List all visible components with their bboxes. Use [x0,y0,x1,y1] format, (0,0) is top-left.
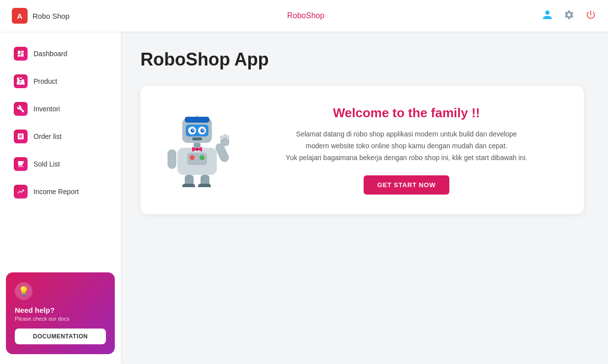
dashboard-icon [14,47,28,61]
nav-center-title: RoboShop [287,11,325,20]
sidebar-item-label: Product [34,77,57,85]
sidebar-item-label: Sold List [34,160,60,168]
top-navigation: A Robo Shop RoboShop [0,0,608,32]
sidebar-item-income-report[interactable]: Income Report [6,179,115,204]
power-icon[interactable] [585,9,596,23]
sidebar: Dashboard Product Inventori Order list S… [0,32,121,364]
app-logo: A [12,8,28,24]
income-report-icon [14,185,28,199]
documentation-button[interactable]: DOCUMENTATION [15,329,106,344]
svg-point-7 [193,129,194,131]
product-icon [14,74,28,88]
user-icon[interactable] [542,9,553,23]
help-bulb-icon: 💡 [15,282,33,300]
sold-list-icon [14,157,28,171]
svg-point-29 [196,148,199,151]
nav-actions [542,9,596,23]
sidebar-item-label: Inventori [34,105,60,113]
page-title: RoboShop App [140,49,588,70]
help-card: 💡 Need help? Please check our docs DOCUM… [6,272,115,354]
svg-point-21 [223,134,227,138]
sidebar-item-sold-list[interactable]: Sold List [6,152,115,176]
sidebar-item-label: Order list [34,132,62,140]
help-subtitle: Please check our docs [15,316,106,322]
order-list-icon [14,130,28,143]
gear-icon[interactable] [564,9,574,23]
inventori-icon [14,102,28,116]
svg-rect-26 [198,184,211,187]
get-start-button[interactable]: GET START NOW [364,175,449,195]
svg-point-15 [190,155,195,160]
help-title: Need help? [15,306,106,314]
main-content: RoboShop App [121,32,608,364]
svg-rect-25 [182,184,195,187]
svg-rect-17 [168,149,176,169]
svg-point-20 [220,135,224,139]
welcome-text-area: Welcome to the family !! Selamat datang … [254,105,559,195]
app-name-label: Robo Shop [33,12,69,20]
welcome-description: Selamat datang di robo shop applikasi mo… [254,129,559,164]
sidebar-item-label: Dashboard [34,50,68,58]
svg-point-8 [203,129,204,131]
brand-area: A Robo Shop [12,8,69,24]
sidebar-item-inventori[interactable]: Inventori [6,97,115,121]
sidebar-item-label: Income Report [34,188,79,196]
logo-letter: A [17,12,23,20]
sidebar-item-order-list[interactable]: Order list [6,124,115,149]
robot-illustration [165,116,229,185]
welcome-heading: Welcome to the family !! [254,105,559,121]
svg-rect-9 [192,137,202,140]
welcome-card: Welcome to the family !! Selamat datang … [140,86,584,214]
svg-rect-12 [194,143,201,148]
sidebar-item-product[interactable]: Product [6,69,115,94]
svg-rect-1 [185,117,209,123]
svg-point-16 [200,155,204,160]
sidebar-item-dashboard[interactable]: Dashboard [6,41,115,66]
